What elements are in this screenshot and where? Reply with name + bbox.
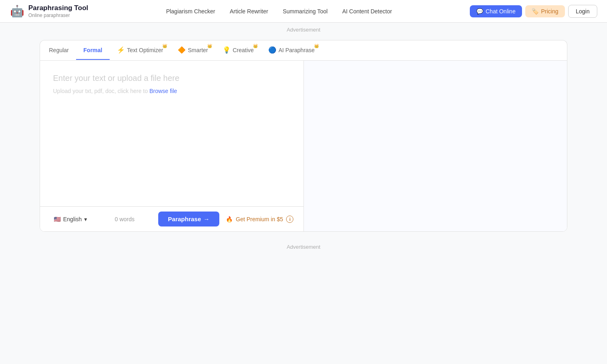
tab-regular[interactable]: Regular (42, 41, 76, 60)
editor-output-content (304, 61, 567, 231)
nav-article-rewriter[interactable]: Article Rewriter (224, 6, 274, 17)
tab-smarter-icon: 🔶 (178, 46, 186, 54)
tab-ai-paraphrase[interactable]: 🔵 AI Paraphrase 👑 (261, 40, 322, 60)
language-flag: 🇺🇸 (54, 216, 61, 222)
chat-label: Chat Online (486, 8, 516, 15)
editor-placeholder-sub: Upload your txt, pdf, doc, click here to… (53, 88, 291, 94)
premium-info-icon[interactable]: i (286, 216, 293, 223)
brand-title: Paraphrasing Tool (28, 4, 88, 12)
tab-creative-icon: 💡 (223, 46, 231, 54)
editor-placeholder-title: Enter your text or upload a file here (53, 74, 291, 83)
tab-ai-paraphrase-crown: 👑 (314, 44, 319, 48)
editor-output (304, 61, 567, 231)
language-selector[interactable]: 🇺🇸 English ▾ (50, 214, 91, 224)
premium-cta[interactable]: 🔥 Get Premium in $5 i (226, 216, 294, 223)
bottom-bar-right: Paraphrase → 🔥 Get Premium in $5 i (158, 212, 293, 226)
pricing-icon: 🏷️ (532, 8, 539, 15)
word-count: 0 words (115, 216, 134, 222)
chat-button[interactable]: 💬 Chat Online (470, 5, 522, 17)
pricing-label: Pricing (541, 8, 558, 15)
login-button[interactable]: Login (568, 5, 597, 18)
tab-ai-paraphrase-icon: 🔵 (268, 46, 276, 54)
editor-input[interactable]: Enter your text or upload a file here Up… (40, 61, 304, 206)
tab-creative-label: Creative (233, 47, 254, 53)
logo-icon: 🤖 (10, 4, 24, 19)
chevron-down-icon: ▾ (84, 216, 87, 222)
tab-ai-paraphrase-label: AI Paraphrase (278, 47, 315, 53)
tab-text-optimizer-label: Text Optimizer (127, 47, 163, 53)
editor-bottom-bar: 🇺🇸 English ▾ 0 words Paraphrase → 🔥 Get … (40, 206, 304, 231)
tab-smarter[interactable]: 🔶 Smarter 👑 (170, 40, 215, 60)
premium-label: Get Premium in $5 (236, 216, 283, 222)
premium-fire-icon: 🔥 (226, 216, 233, 222)
tab-smarter-label: Smarter (188, 47, 208, 53)
main-container: Regular Formal ⚡ Text Optimizer 👑 🔶 Smar… (20, 40, 587, 232)
brand: 🤖 Paraphrasing Tool Online paraphraser (10, 4, 88, 19)
paraphrase-arrow-icon: → (204, 216, 210, 222)
nav-ai-content-detector[interactable]: AI Content Detector (337, 6, 398, 17)
tab-smarter-crown: 👑 (207, 44, 212, 48)
nav-plagiarism-checker[interactable]: Plagiarism Checker (160, 6, 221, 17)
chat-icon: 💬 (476, 8, 483, 15)
tab-text-optimizer[interactable]: ⚡ Text Optimizer 👑 (110, 40, 170, 60)
main-nav: Plagiarism Checker Article Rewriter Summ… (160, 6, 397, 17)
tab-creative[interactable]: 💡 Creative 👑 (215, 40, 261, 60)
advertisement-bottom: Advertisement (0, 240, 607, 254)
tabs-container: Regular Formal ⚡ Text Optimizer 👑 🔶 Smar… (40, 40, 567, 60)
tab-creative-crown: 👑 (253, 44, 258, 48)
tab-text-optimizer-crown: 👑 (162, 44, 167, 48)
tab-formal-label: Formal (83, 47, 102, 53)
editor-wrapper: Enter your text or upload a file here Up… (40, 60, 567, 232)
tab-text-optimizer-icon: ⚡ (117, 46, 125, 54)
tab-formal[interactable]: Formal (76, 41, 110, 60)
header-actions: 💬 Chat Online 🏷️ Pricing Login (470, 5, 597, 18)
brand-subtitle: Online paraphraser (28, 13, 88, 18)
paraphrase-label: Paraphrase (168, 216, 201, 222)
tab-regular-label: Regular (49, 47, 69, 53)
pricing-button[interactable]: 🏷️ Pricing (525, 5, 565, 17)
browse-file-link[interactable]: Browse file (149, 88, 177, 94)
nav-summarizing-tool[interactable]: Summarizing Tool (277, 6, 333, 17)
paraphrase-button[interactable]: Paraphrase → (158, 212, 219, 226)
brand-info: Paraphrasing Tool Online paraphraser (28, 4, 88, 18)
advertisement-top: Advertisement (0, 23, 607, 37)
editor-left: Enter your text or upload a file here Up… (40, 61, 304, 231)
language-label: English (63, 216, 82, 222)
